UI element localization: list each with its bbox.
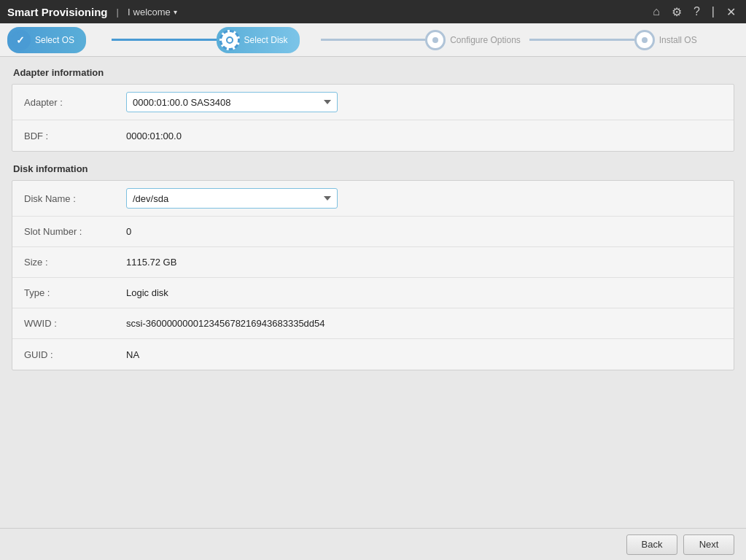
- wwid-value: scsi-360000000012345678216943683335dd54: [126, 318, 325, 329]
- guid-label: GUID :: [24, 349, 126, 360]
- step-label-select-disk: Select Disk: [244, 35, 288, 45]
- step-circle-select-disk: [219, 30, 240, 50]
- disk-section-title: Disk information: [12, 163, 734, 174]
- size-field-row: Size : 1115.72 GB: [12, 247, 734, 278]
- type-field-row: Type : Logic disk: [12, 278, 734, 308]
- bdf-value: 0000:01:00.0: [126, 131, 182, 141]
- disk-section: Disk information Disk Name : /dev/sda Sl…: [12, 163, 734, 370]
- gear-icon[interactable]: ⚙: [669, 4, 685, 20]
- adapter-label: Adapter :: [24, 97, 126, 108]
- connector-3: [529, 39, 634, 41]
- disk-section-panel: Disk Name : /dev/sda Slot Number : 0 Siz…: [12, 180, 734, 370]
- guid-field-row: GUID : NA: [12, 339, 734, 370]
- app-title: Smart Provisioning: [7, 6, 108, 18]
- disk-name-select[interactable]: /dev/sda: [126, 188, 338, 209]
- wizard-step-select-disk[interactable]: Select Disk: [217, 27, 321, 53]
- titlebar-icons: ⌂ ⚙ ? | ✕: [650, 4, 739, 20]
- step-circle-configure-options: [425, 30, 446, 50]
- back-button[interactable]: Back: [626, 534, 677, 555]
- adapter-section-title: Adapter information: [12, 67, 734, 78]
- footer: Back Next: [0, 528, 746, 560]
- type-value: Logic disk: [126, 287, 168, 298]
- wizard-step-install-os[interactable]: Install OS: [634, 30, 739, 50]
- adapter-field-row: Adapter : 0000:01:00.0 SAS3408: [12, 85, 734, 120]
- next-button[interactable]: Next: [683, 534, 734, 555]
- slot-number-label: Slot Number :: [24, 226, 126, 237]
- size-label: Size :: [24, 257, 126, 268]
- wwid-label: WWID :: [24, 318, 126, 329]
- step-circle-install-os: [634, 30, 655, 50]
- adapter-section-panel: Adapter : 0000:01:00.0 SAS3408 BDF : 000…: [12, 84, 734, 152]
- slot-number-value: 0: [126, 226, 131, 237]
- bdf-label: BDF :: [24, 131, 126, 141]
- wizard-step-configure-options[interactable]: Configure Options: [425, 30, 529, 50]
- guid-value: NA: [126, 349, 139, 360]
- home-icon[interactable]: ⌂: [650, 4, 663, 20]
- size-value: 1115.72 GB: [126, 257, 176, 268]
- main-content: Adapter information Adapter : 0000:01:00…: [0, 57, 746, 528]
- pipe-separator: |: [709, 4, 718, 20]
- user-prefix: I: [128, 7, 131, 18]
- step-label-select-os: Select OS: [35, 35, 74, 45]
- wizard-steps: ✓ Select OS Select Disk Configure Opt: [7, 27, 739, 53]
- user-menu[interactable]: I welcome ▾: [128, 7, 177, 18]
- wwid-field-row: WWID : scsi-3600000000123456782169436833…: [12, 308, 734, 339]
- step-label-install-os: Install OS: [659, 35, 697, 45]
- connector-1: [112, 39, 216, 41]
- disk-name-field-row: Disk Name : /dev/sda: [12, 181, 734, 217]
- type-label: Type :: [24, 287, 126, 298]
- wizard-bar: ✓ Select OS Select Disk Configure Opt: [0, 23, 746, 57]
- wizard-step-select-os[interactable]: ✓ Select OS: [7, 27, 112, 53]
- step-label-configure-options: Configure Options: [450, 35, 521, 45]
- titlebar: Smart Provisioning | I welcome ▾ ⌂ ⚙ ? |…: [0, 0, 746, 23]
- bdf-field-row: BDF : 0000:01:00.0: [12, 120, 734, 151]
- user-label: welcome: [133, 7, 171, 18]
- help-icon[interactable]: ?: [691, 4, 703, 20]
- disk-name-label: Disk Name :: [24, 193, 126, 204]
- checkmark-icon: ✓: [16, 34, 25, 46]
- step-circle-select-os: ✓: [10, 30, 31, 50]
- adapter-section: Adapter information Adapter : 0000:01:00…: [12, 67, 734, 152]
- chevron-down-icon: ▾: [174, 8, 177, 16]
- adapter-select[interactable]: 0000:01:00.0 SAS3408: [126, 92, 338, 112]
- titlebar-sep: |: [117, 7, 119, 18]
- slot-number-field-row: Slot Number : 0: [12, 217, 734, 247]
- close-icon[interactable]: ✕: [723, 4, 739, 20]
- connector-2: [321, 39, 425, 41]
